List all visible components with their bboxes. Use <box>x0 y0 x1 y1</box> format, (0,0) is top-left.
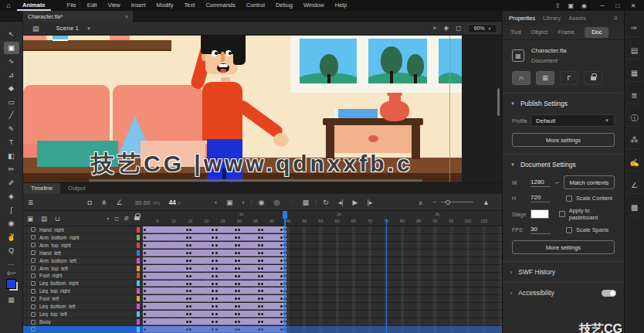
tab-properties[interactable]: Properties <box>509 15 535 22</box>
eraser-tool[interactable]: ◆ <box>4 82 19 94</box>
close-tab-icon[interactable]: × <box>125 14 128 19</box>
more-tools-button[interactable]: ⋯ <box>8 261 15 268</box>
keyboard-shortcuts-panel-icon[interactable]: ▤ <box>626 42 643 59</box>
play-button[interactable]: ▶ <box>353 199 358 206</box>
playhead[interactable] <box>284 211 286 333</box>
tween-row[interactable] <box>143 311 502 318</box>
align-panel-icon[interactable]: ▦ <box>626 65 643 82</box>
zoom-out-frames-icon[interactable]: − <box>432 199 436 206</box>
delete-layer-button[interactable]: ⊔ <box>55 215 60 223</box>
motion-tween-span[interactable] <box>143 273 286 280</box>
tween-row[interactable] <box>143 280 502 288</box>
components-panel-icon[interactable]: ▩ <box>626 199 643 216</box>
subtab-tool[interactable]: Tool <box>510 29 521 36</box>
menu-file[interactable]: File <box>62 0 82 11</box>
rectangle-tool[interactable]: ▭ <box>4 96 19 108</box>
menu-debug[interactable]: Debug <box>270 0 298 11</box>
frame-ruler[interactable]: 1s2s3s5101520253035404550556065707580859… <box>143 211 502 226</box>
center-frame-button[interactable]: ▣ <box>226 199 233 206</box>
link-dimensions-icon[interactable]: ⌐ <box>555 179 559 186</box>
rulers-toggle[interactable]: Γ <box>560 71 578 85</box>
layer-row[interactable]: Leg_bottom_left <box>23 303 143 311</box>
visibility-column-icon[interactable]: Ø <box>124 216 128 221</box>
onion-skin-button[interactable]: ◉ <box>259 199 265 206</box>
scale-content-checkbox[interactable]: Scale Content <box>566 195 612 202</box>
tween-row[interactable] <box>143 234 502 242</box>
window-shape[interactable] <box>290 36 462 93</box>
shelf-shape[interactable] <box>23 40 171 51</box>
tween-row[interactable] <box>143 326 502 333</box>
layer-row[interactable]: Foot_right <box>23 273 143 280</box>
layer-row[interactable]: Arm_top_right <box>23 242 143 250</box>
workspace-layout-icon[interactable]: ▣ <box>568 2 574 9</box>
library-panel-icon[interactable]: ≣ <box>626 87 643 104</box>
default-colors-icon[interactable]: ⊘↩ <box>7 270 16 277</box>
motion-tween-span[interactable] <box>143 265 286 272</box>
scene-breadcrumb[interactable]: Scene 1 <box>56 25 79 32</box>
playhead-handle[interactable] <box>283 211 287 219</box>
selection-tool[interactable]: ↖ <box>4 28 19 40</box>
accessibility-section[interactable]: › Accessibility <box>503 282 624 303</box>
minimize-button[interactable]: ─ <box>595 2 610 9</box>
info-panel-icon[interactable]: ⓘ <box>626 110 643 127</box>
share-icon[interactable]: ⇧ <box>555 2 561 9</box>
record-icon[interactable]: ◉ <box>581 2 587 9</box>
menu-modify[interactable]: Modify <box>151 0 179 11</box>
motion-editor-panel-icon[interactable]: ∠ <box>626 177 643 194</box>
motion-tween-span[interactable] <box>143 280 286 287</box>
step-forward-button[interactable]: |▸ <box>368 199 373 206</box>
pen-tool[interactable]: ✎ <box>4 123 19 135</box>
canvas-vertical-scrollbar[interactable] <box>497 88 500 116</box>
publish-more-settings-button[interactable]: More settings <box>512 133 615 147</box>
outline-column-icon[interactable]: ◻ <box>114 216 119 222</box>
tween-row[interactable] <box>143 265 502 273</box>
current-frame-value[interactable]: 44 <box>168 199 175 206</box>
layer-row[interactable]: Leg_top_left <box>23 311 143 318</box>
free-transform-tool[interactable]: ⊿ <box>4 69 19 81</box>
motion-tween-span[interactable] <box>143 242 286 249</box>
reset-timeline-zoom-icon[interactable]: ⌅ <box>418 199 424 206</box>
layer-row[interactable]: Leg_bottom_right <box>23 280 143 287</box>
motion-tween-span[interactable] <box>143 287 286 294</box>
zoom-level-dropdown[interactable]: 90% ▼ <box>468 24 497 33</box>
scene-dropdown-icon[interactable]: ▼ <box>86 26 91 31</box>
tween-row[interactable] <box>143 295 502 303</box>
menu-view[interactable]: View <box>103 0 126 11</box>
fps-value[interactable]: 30.00 <box>135 199 151 206</box>
subtab-frame[interactable]: Frame <box>558 29 575 36</box>
pencil-tool[interactable]: ✐ <box>4 177 19 189</box>
lock-column-icon[interactable] <box>134 216 140 220</box>
width-input[interactable]: 1280 <box>530 178 551 187</box>
brush-tool[interactable]: ✏ <box>4 163 19 175</box>
layer-row[interactable]: Foot_left <box>23 295 143 303</box>
motion-tween-span[interactable] <box>143 303 286 310</box>
lasso-tool[interactable]: ∿ <box>4 55 19 67</box>
step-back-button[interactable]: ◂| <box>338 199 344 206</box>
layer-stack-icon[interactable]: ≣ <box>28 199 34 206</box>
previous-keyframe-button[interactable]: ‹ <box>215 199 217 206</box>
new-layer-button[interactable]: ▣ <box>27 215 33 223</box>
tween-row[interactable] <box>143 226 502 234</box>
paint-bucket-tool[interactable]: ◧ <box>4 150 19 162</box>
layer-parenting-icon[interactable]: ⋔ <box>101 199 107 206</box>
frames-area[interactable] <box>143 226 502 333</box>
hand-tool[interactable]: ✌ <box>4 231 19 243</box>
apply-pasteboard-checkbox[interactable]: Apply to pasteboard <box>559 207 615 221</box>
text-tool[interactable]: T <box>4 136 19 148</box>
accessibility-toggle[interactable] <box>602 290 616 297</box>
line-tool[interactable]: ╱ <box>4 109 19 121</box>
maximize-button[interactable]: □ <box>610 2 625 9</box>
insert-frame-button[interactable]: ▦ <box>303 199 310 206</box>
menu-insert[interactable]: Insert <box>126 0 151 11</box>
motion-tween-span[interactable] <box>143 311 286 318</box>
edit-multiple-frames-button[interactable]: ◌ <box>289 199 293 206</box>
tween-row[interactable] <box>143 257 502 265</box>
match-contents-button[interactable]: Match contents <box>564 175 615 189</box>
motion-tween-span[interactable] <box>143 226 286 233</box>
shelf-item-shape[interactable] <box>23 36 46 40</box>
menu-control[interactable]: Control <box>241 0 270 11</box>
subtab-doc[interactable]: Doc <box>585 27 608 38</box>
layer-row[interactable]: Body <box>23 318 143 326</box>
motion-tween-span[interactable] <box>143 295 286 302</box>
tween-row[interactable] <box>143 273 502 280</box>
